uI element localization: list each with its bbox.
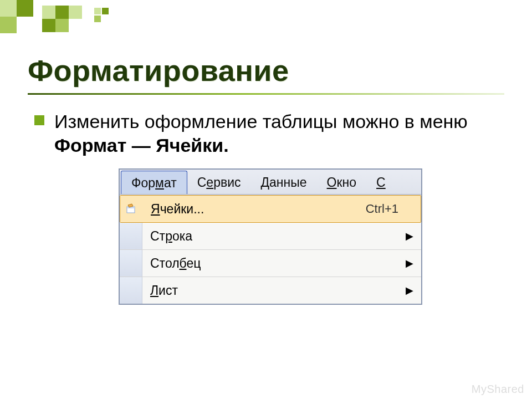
dropdown-icon-slot — [120, 250, 142, 277]
dropdown-item-label: Столбец — [142, 256, 405, 271]
submenu-arrow-icon: ▶ — [405, 257, 413, 269]
dropdown-item-2[interactable]: Столбец▶ — [120, 250, 421, 277]
dropdown-item-label: Ячейки... — [143, 202, 360, 217]
dropdown-item-1[interactable]: Строка▶ — [120, 223, 421, 250]
dropdown-item-0[interactable]: Ячейки...Ctrl+1 — [120, 195, 421, 223]
bullet-text-bold: Формат — Ячейки. — [54, 135, 229, 156]
submenu-arrow-icon: ▶ — [405, 230, 413, 242]
dropdown-item-3[interactable]: Лист▶ — [120, 277, 421, 304]
dropdown-item-shortcut: Ctrl+1 — [360, 202, 404, 216]
dropdown-item-label: Лист — [142, 283, 405, 298]
dropdown-icon-slot — [120, 223, 142, 249]
menubar: ФорматСервисДанныеОкноС — [120, 170, 421, 195]
title-separator — [28, 93, 504, 95]
submenu-arrow-icon: ▶ — [405, 284, 413, 296]
menubar-item-0[interactable]: Формат — [121, 171, 187, 194]
dropdown-item-label: Строка — [142, 229, 405, 244]
bullet-text-prefix: Изменить оформление таблицы можно в меню — [54, 111, 468, 132]
menubar-item-1[interactable]: Сервис — [187, 170, 251, 194]
slide-title: Форматирование — [28, 53, 289, 88]
bullet-item: Изменить оформление таблицы можно в меню… — [34, 110, 489, 157]
menubar-item-4[interactable]: С — [366, 170, 396, 194]
menubar-item-2[interactable]: Данные — [251, 170, 317, 194]
menu-screenshot: ФорматСервисДанныеОкноС Ячейки...Ctrl+1С… — [119, 168, 422, 305]
dropdown-icon-slot — [120, 277, 142, 304]
bullet-square-icon — [34, 115, 44, 125]
menubar-item-3[interactable]: Окно — [317, 170, 366, 194]
decorative-squares — [0, 0, 166, 50]
format-dropdown: Ячейки...Ctrl+1Строка▶Столбец▶Лист▶ — [120, 195, 421, 304]
watermark: MyShared — [472, 383, 524, 396]
cells-icon — [120, 196, 143, 222]
bullet-text: Изменить оформление таблицы можно в меню… — [54, 110, 489, 157]
